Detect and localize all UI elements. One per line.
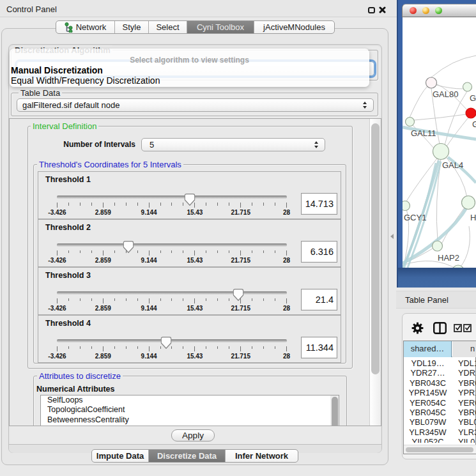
svg-text:G: G xyxy=(472,119,476,129)
svg-text:GA: GA xyxy=(470,93,476,103)
svg-text:GAL11: GAL11 xyxy=(411,128,436,138)
svg-text:HI: HI xyxy=(470,213,476,222)
svg-text:GCY1: GCY1 xyxy=(404,213,426,222)
svg-text:GAL80: GAL80 xyxy=(433,89,458,99)
svg-text:GAL4: GAL4 xyxy=(442,160,463,170)
svg-text:HAP2: HAP2 xyxy=(438,253,459,263)
